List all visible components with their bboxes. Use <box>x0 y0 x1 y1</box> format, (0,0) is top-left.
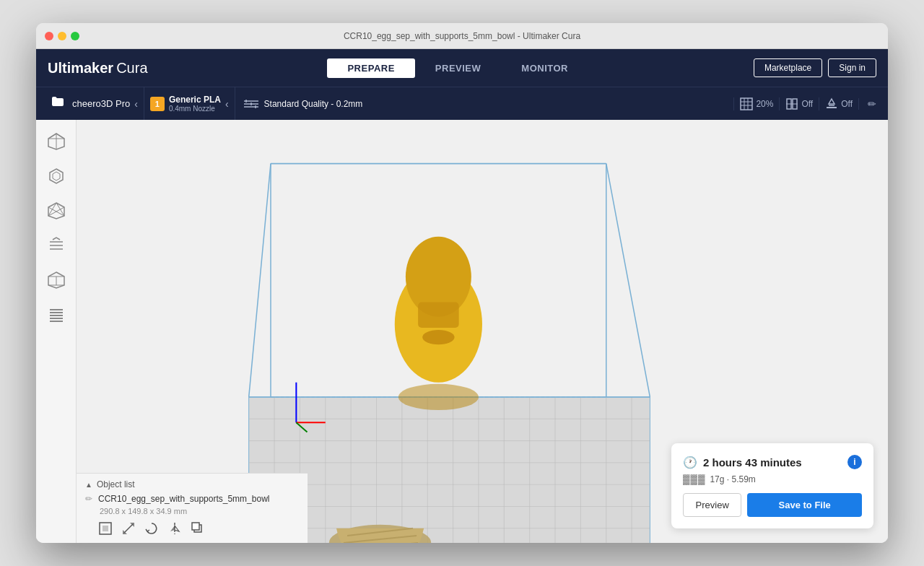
folder-icon <box>51 95 65 109</box>
print-time: 🕐 2 hours 43 minutes <box>683 456 802 469</box>
action-rotate[interactable] <box>143 520 160 537</box>
infill-icon <box>740 97 753 110</box>
svg-marker-86 <box>175 526 179 531</box>
marketplace-button[interactable]: Marketplace <box>754 58 822 77</box>
material-arrow[interactable]: ‹ <box>225 98 229 110</box>
app-logo: Ultimaker Cura <box>48 60 148 77</box>
save-to-file-button[interactable]: Save to File <box>747 493 862 517</box>
object-actions <box>97 520 299 537</box>
maximize-button[interactable] <box>71 32 79 40</box>
bottom-panel: ▲ Object list ✏ CCR10_egg_sep_with_suppo… <box>77 473 308 543</box>
svg-marker-21 <box>48 203 64 219</box>
svg-marker-20 <box>53 172 60 180</box>
settings-pencil-section: ✏ <box>858 98 882 110</box>
move-icon <box>98 521 113 536</box>
folder-button[interactable] <box>48 93 68 114</box>
tab-monitor[interactable]: MONITOR <box>501 58 588 78</box>
left-sidebar <box>36 120 77 543</box>
settings-icon <box>47 271 66 289</box>
svg-marker-85 <box>170 526 175 531</box>
tool-settings[interactable] <box>40 264 72 296</box>
material-label: 17g · 5.59m <box>710 474 755 484</box>
filament-icon: ▓▓▓ <box>683 474 705 484</box>
tab-prepare[interactable]: PREPARE <box>327 58 414 78</box>
printer-name: cheero3D Pro <box>72 98 130 109</box>
svg-rect-82 <box>103 526 108 531</box>
preview-button[interactable]: Preview <box>683 493 741 517</box>
minimize-button[interactable] <box>58 32 66 40</box>
support-label: Off <box>801 99 813 109</box>
tool-xray[interactable] <box>40 160 72 192</box>
svg-point-75 <box>422 330 454 344</box>
layer-icon <box>47 236 66 255</box>
solid-view-icon <box>47 132 66 151</box>
main-content: ▲ Object list ✏ CCR10_egg_sep_with_suppo… <box>36 120 888 543</box>
action-duplicate[interactable] <box>189 520 206 537</box>
action-mirror[interactable] <box>166 520 183 537</box>
adhesion-icon <box>825 97 838 110</box>
logo-bold: Ultimaker <box>48 60 113 77</box>
window-title: CCR10_egg_sep_with_supports_5mm_bowl - U… <box>344 31 580 41</box>
svg-rect-74 <box>418 302 459 328</box>
rotate-icon <box>144 521 159 536</box>
scale-icon <box>121 521 136 536</box>
tool-layer[interactable] <box>40 230 72 261</box>
action-scale[interactable] <box>120 520 137 537</box>
printer-section: cheero3D Pro ‹ <box>42 87 144 120</box>
object-pencil-icon: ✏ <box>85 494 92 504</box>
print-material: ▓▓▓ 17g · 5.59m <box>683 474 862 484</box>
info-button[interactable]: i <box>847 455 862 469</box>
xray-icon <box>47 167 66 186</box>
quality-icon <box>244 98 258 110</box>
adhesion-section: Off <box>819 97 858 110</box>
adhesion-label: Off <box>841 99 853 109</box>
tool-stripes[interactable] <box>40 299 72 331</box>
material-info: Generic PLA 0.4mm Nozzle <box>169 95 221 113</box>
duplicate-icon <box>191 521 205 536</box>
material-badge: 1 <box>150 97 165 111</box>
object-list-label: Object list <box>97 479 135 489</box>
close-button[interactable] <box>45 32 53 40</box>
tool-solid[interactable] <box>40 126 72 157</box>
print-time-label: 2 hours 43 minutes <box>703 456 802 469</box>
header-right: Marketplace Sign in <box>754 58 876 77</box>
settings-pencil-button[interactable]: ✏ <box>868 98 876 110</box>
app-header: Ultimaker Cura PREPARE PREVIEW MONITOR M… <box>36 49 888 87</box>
svg-rect-88 <box>192 523 199 530</box>
material-name: Generic PLA <box>169 95 221 105</box>
action-move[interactable] <box>97 520 114 537</box>
material-section: 1 Generic PLA 0.4mm Nozzle ‹ <box>144 87 235 120</box>
nav-tabs: PREPARE PREVIEW MONITOR <box>162 58 754 78</box>
mesh-icon <box>47 201 66 220</box>
object-dimensions: 290.8 x 149.8 x 34.9 mm <box>100 507 299 515</box>
print-time-row: 🕐 2 hours 43 minutes i <box>683 455 862 469</box>
support-section: Off <box>779 97 819 110</box>
print-card: 🕐 2 hours 43 minutes i ▓▓▓ 17g · 5.59m P… <box>671 443 873 528</box>
material-sub: 0.4mm Nozzle <box>169 105 221 113</box>
svg-rect-6 <box>741 98 752 110</box>
svg-point-76 <box>398 384 479 410</box>
stripes-icon <box>47 305 66 324</box>
quality-label: Standard Quality - 0.2mm <box>264 99 363 109</box>
window-controls <box>45 32 79 40</box>
tool-mesh[interactable] <box>40 195 72 227</box>
logo-light: Cura <box>116 60 147 77</box>
object-list-header[interactable]: ▲ Object list <box>85 479 299 489</box>
svg-line-83 <box>124 524 133 533</box>
svg-marker-19 <box>50 169 63 183</box>
tab-preview[interactable]: PREVIEW <box>415 58 501 78</box>
title-bar: CCR10_egg_sep_with_supports_5mm_bowl - U… <box>36 23 888 49</box>
infill-label: 20% <box>756 99 773 109</box>
quality-section: Standard Quality - 0.2mm <box>235 98 734 110</box>
object-name: CCR10_egg_sep_with_supports_5mm_bowl <box>98 494 269 504</box>
printer-arrow[interactable]: ‹ <box>134 98 138 110</box>
toolbar: cheero3D Pro ‹ 1 Generic PLA 0.4mm Nozzl… <box>36 87 888 120</box>
app-window: CCR10_egg_sep_with_supports_5mm_bowl - U… <box>36 23 888 543</box>
signin-button[interactable]: Sign in <box>828 58 876 77</box>
clock-icon: 🕐 <box>683 456 697 469</box>
object-item: ✏ CCR10_egg_sep_with_supports_5mm_bowl <box>85 494 299 504</box>
viewport[interactable]: ▲ Object list ✏ CCR10_egg_sep_with_suppo… <box>77 120 888 543</box>
support-icon <box>785 97 798 110</box>
print-actions: Preview Save to File <box>683 493 862 517</box>
collapse-chevron: ▲ <box>85 481 92 489</box>
